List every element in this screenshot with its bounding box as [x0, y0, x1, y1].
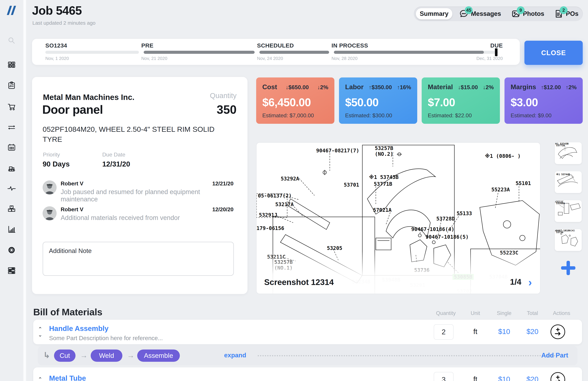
clipboard-icon[interactable]: [7, 80, 17, 90]
export-part-button[interactable]: [550, 372, 565, 381]
chevron-right-icon[interactable]: ›: [528, 276, 532, 288]
close-button[interactable]: CLOSE: [525, 41, 583, 65]
part-name: Door panel: [42, 103, 103, 116]
part-number-label: 53292A: [281, 176, 299, 182]
milestone-date: Dec, 31 2020: [476, 56, 503, 61]
tab-pos[interactable]: $ 2 POs: [554, 6, 578, 21]
purchase-order-icon: $ 2: [554, 9, 564, 19]
single-price-cell[interactable]: $10: [498, 375, 510, 381]
viewer-caption-overlay: [256, 251, 540, 294]
avatar: [42, 180, 57, 194]
add-part-link[interactable]: Add Part: [541, 352, 568, 359]
quantity-label: Quantity: [210, 92, 237, 100]
bom-row-handle-assembly: ⌃ ⌄ Handle Assembly Some Part Descriptio…: [33, 320, 582, 344]
diagram-thumbnail-3[interactable]: 53211C53268A: [555, 200, 582, 222]
part-number-label: 90467-10186(4): [411, 227, 454, 232]
additional-note-input[interactable]: [42, 242, 234, 276]
stat-value: $6,450.00: [262, 96, 311, 109]
part-number-label: 179-06156: [256, 225, 284, 231]
part-number-label: 53217A: [275, 202, 294, 207]
gear-icon[interactable]: [7, 245, 17, 255]
tab-summary[interactable]: Summary: [416, 8, 452, 19]
column-header-actions: Actions: [553, 310, 570, 316]
total-price-cell[interactable]: $20: [526, 327, 538, 336]
conveyor-icon[interactable]: [7, 163, 17, 173]
part-link[interactable]: Metal Tube: [49, 374, 86, 381]
process-step-cut[interactable]: Cut: [54, 349, 76, 362]
stat-estimated: Estimated: $22.00: [428, 112, 472, 119]
calculator-icon[interactable]: [7, 60, 17, 70]
activity-item: Robert V 12/20/20 Additional materials r…: [42, 206, 233, 229]
bar-chart-icon[interactable]: [7, 224, 17, 234]
tab-messages[interactable]: 45 Messages: [459, 6, 501, 21]
calendar-icon[interactable]: [7, 142, 17, 152]
move-up-icon[interactable]: ⌃: [38, 327, 45, 331]
messages-badge: 45: [465, 6, 473, 14]
stat-delta: ↓$15.00: [458, 84, 478, 91]
tab-pos-label: POs: [566, 10, 578, 17]
export-part-button[interactable]: [550, 324, 565, 339]
add-image-button[interactable]: [561, 261, 575, 275]
milestone-label: DUE: [490, 42, 503, 49]
due-date-label: Due Date: [102, 152, 125, 158]
priority-label: Priority: [43, 152, 60, 158]
sidebar: [0, 0, 23, 381]
column-header-single: Single: [497, 310, 511, 316]
stat-delta-pct: ↑16%: [397, 84, 411, 91]
part-number-label: 05-06137(2): [258, 193, 292, 199]
cart-icon[interactable]: [7, 102, 17, 112]
expand-link[interactable]: expand: [224, 352, 246, 359]
stat-label: Material: [428, 83, 453, 91]
company-name: Metal Man Machines Inc.: [43, 93, 134, 102]
move-down-icon[interactable]: ⌄: [38, 333, 45, 337]
boxes-icon[interactable]: [7, 204, 17, 214]
part-number-label: 90467-08217(7): [316, 148, 359, 153]
tab-messages-label: Messages: [471, 10, 501, 17]
app-logo[interactable]: [4, 4, 19, 18]
single-price-cell[interactable]: $10: [498, 327, 510, 336]
page-title: Job 5465: [32, 4, 82, 17]
tab-photos[interactable]: 9 Photos: [511, 6, 544, 21]
server-rows-icon[interactable]: [7, 266, 17, 275]
thumbnail-part-label: 53771B: [556, 144, 565, 147]
quantity-input[interactable]: [434, 372, 454, 381]
process-step-assemble[interactable]: Assemble: [137, 349, 180, 362]
diagram-viewer: 90467-08217(7)53257B (NO.2)※1 (0806- )53…: [256, 142, 541, 294]
screenshot-caption: Screenshot 12314: [264, 278, 334, 287]
milestone-label: IN PROCESS: [332, 42, 368, 49]
part-description: 052PF1084M20, WHEEL 2.50-4" STEEL RIM SO…: [42, 124, 231, 144]
total-price-cell[interactable]: $20: [526, 375, 538, 381]
thumbnail-part-label: 53268A: [556, 202, 565, 205]
stat-value: $7.00: [428, 96, 455, 109]
part-number-label: 55101: [516, 180, 531, 186]
timeline-segment: [45, 51, 139, 54]
swap-arrows-icon[interactable]: [7, 122, 17, 132]
milestone-date: Nov, 28 2020: [332, 56, 357, 61]
move-up-icon[interactable]: ⌃: [38, 377, 45, 381]
stat-label: Margins: [511, 83, 536, 91]
diagram-thumbnail-1[interactable]: ※1 53743B53771B: [555, 142, 582, 164]
diagram-thumbnail-2[interactable]: ※1 53744B: [555, 171, 582, 193]
stat-card-material: Material↓$15.00↓2% $7.00 Estimated: $22.…: [422, 77, 500, 124]
unit-cell: ft: [473, 375, 477, 381]
activity-author: Robert V: [61, 180, 83, 187]
page-subtitle: Last updated 2 minutes ago: [32, 20, 95, 26]
stat-delta-pct: ↑2%: [566, 84, 577, 91]
unit-cell: ft: [473, 327, 477, 336]
due-marker: [495, 48, 498, 56]
column-header-total: Total: [527, 310, 538, 316]
bom-row-metal-tube: ⌃ Metal Tube ft $10 $20: [33, 367, 582, 381]
part-number-label: 55133: [457, 210, 472, 216]
stat-delta-pct: ↓2%: [317, 84, 328, 91]
svg-text:$: $: [560, 14, 562, 18]
quantity-input[interactable]: [434, 324, 454, 340]
thumbnail-part-label: ※1 53744B: [556, 173, 570, 176]
tab-photos-label: Photos: [523, 10, 544, 17]
search-icon[interactable]: [7, 36, 17, 45]
process-step-weld[interactable]: Weld: [91, 349, 122, 362]
stat-delta: ↑$12.00: [541, 84, 561, 91]
stat-card-cost: Cost↓$650.00↓2% $6,450.00 Estimated: $7,…: [256, 77, 334, 124]
diagram-thumbnail-4[interactable]: 90467-10186(4)53736: [555, 229, 582, 251]
pulse-icon[interactable]: [7, 184, 17, 193]
part-link[interactable]: Handle Assembly: [49, 324, 108, 333]
